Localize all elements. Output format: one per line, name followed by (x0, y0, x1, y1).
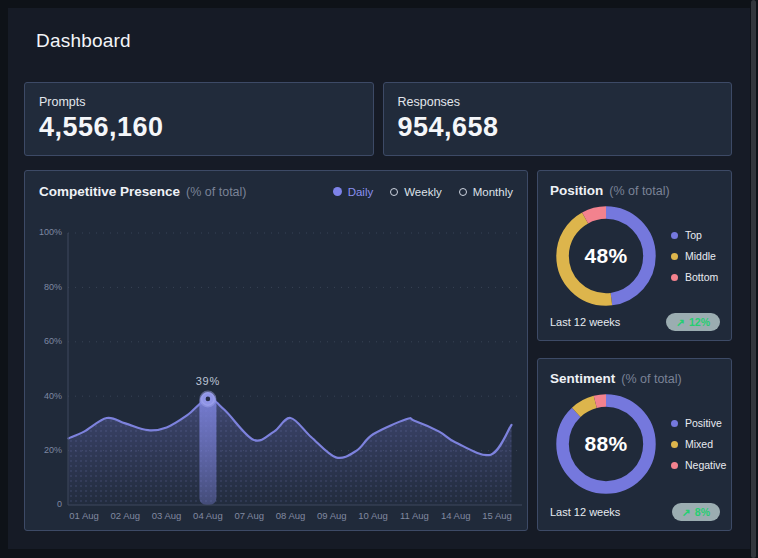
x-axis-tick-label: 08 Aug (276, 510, 306, 521)
x-axis-tick-label: 03 Aug (152, 510, 182, 521)
x-axis-tick-label: 09 Aug (317, 510, 347, 521)
y-axis-tick-label: 100% (39, 227, 62, 237)
legend-dot-icon (671, 462, 678, 469)
page-title: Dashboard (36, 30, 750, 52)
y-axis-tick-label: 40% (44, 391, 62, 401)
range-option-label: Monthly (473, 186, 513, 198)
sentiment-card: Sentiment (% of total) 88% PositiveMixed… (537, 358, 732, 531)
legend-label: Mixed (685, 438, 713, 450)
y-axis-tick-label: 20% (44, 445, 62, 455)
area-texture (68, 399, 511, 505)
legend-item-mixed: Mixed (671, 438, 726, 450)
chart-header: Competitive Presence (% of total) DailyW… (25, 171, 527, 199)
radio-selected-icon (333, 187, 342, 196)
y-axis-tick-label: 0 (57, 499, 62, 509)
x-axis-tick-label: 04 Aug (193, 510, 223, 521)
stats-row: Prompts 4,556,160 Responses 954,658 (24, 82, 732, 156)
legend-label: Middle (685, 250, 716, 262)
donut-subtitle: (% of total) (621, 372, 681, 386)
legend-item-positive: Positive (671, 417, 726, 429)
donut-legend: PositiveMixedNegative (671, 417, 726, 471)
stat-value: 954,658 (398, 112, 718, 143)
scrollbar[interactable] (751, 0, 756, 558)
window-frame: Dashboard Prompts 4,556,160 Responses 95… (0, 0, 758, 558)
range-option-label: Weekly (404, 186, 442, 198)
position-card: Position (% of total) 48% TopMiddleBotto… (537, 170, 732, 341)
marker-dot (206, 397, 211, 402)
range-option-daily[interactable]: Daily (333, 186, 374, 198)
x-axis-tick-label: 11 Aug (400, 510, 429, 521)
tooltip-value: 39% (196, 375, 220, 387)
range-option-label: Daily (348, 186, 374, 198)
donut-legend: TopMiddleBottom (671, 229, 718, 283)
donut-header: Sentiment (% of total) (550, 371, 719, 386)
footer-text: Last 12 weeks (550, 506, 620, 518)
trend-value: 12% (689, 316, 710, 328)
radio-unselected-icon (459, 188, 467, 196)
x-axis-tick-label: 10 Aug (358, 510, 388, 521)
x-axis-tick-label: 14 Aug (441, 510, 471, 521)
legend-label: Bottom (685, 271, 718, 283)
legend-label: Top (685, 229, 702, 241)
legend-item-bottom: Bottom (671, 271, 718, 283)
chart-title: Competitive Presence (39, 184, 180, 199)
range-option-monthly[interactable]: Monthly (459, 186, 513, 198)
legend-label: Positive (685, 417, 722, 429)
x-axis-tick-label: 15 Aug (482, 510, 512, 521)
donut-header: Position (% of total) (550, 183, 719, 198)
y-axis-tick-label: 60% (44, 336, 62, 346)
x-axis-tick-label: 02 Aug (111, 510, 141, 521)
highlight-band (199, 394, 216, 505)
footer-text: Last 12 weeks (550, 316, 620, 328)
legend-dot-icon (671, 232, 678, 239)
donut-body: 48% TopMiddleBottom (550, 200, 719, 312)
legend-dot-icon (671, 441, 678, 448)
dashboard-page: Dashboard Prompts 4,556,160 Responses 95… (8, 8, 750, 549)
trend-badge: ↗12% (666, 313, 720, 331)
donut-footer: Last 12 weeks ↗8% (550, 503, 720, 521)
chart-subtitle: (% of total) (186, 185, 246, 199)
donut-chart-wrap[interactable]: 48% (550, 200, 662, 312)
x-axis-tick-label: 01 Aug (69, 510, 99, 521)
main-row: Competitive Presence (% of total) DailyW… (24, 170, 732, 531)
legend-item-negative: Negative (671, 459, 726, 471)
radio-unselected-icon (390, 188, 398, 196)
donut-title: Sentiment (550, 371, 615, 386)
trend-badge: ↗8% (672, 503, 720, 521)
donut-chart-wrap[interactable]: 88% (550, 388, 662, 500)
line-chart[interactable]: 100%80%60%40%20%039%01 Aug02 Aug03 Aug04… (25, 205, 527, 527)
competitive-presence-card: Competitive Presence (% of total) DailyW… (24, 170, 528, 531)
donut-subtitle: (% of total) (609, 184, 669, 198)
donut-center-value: 88% (550, 388, 662, 500)
right-column: Position (% of total) 48% TopMiddleBotto… (537, 170, 732, 531)
trend-value: 8% (695, 506, 710, 518)
legend-item-top: Top (671, 229, 718, 241)
stat-card-responses: Responses 954,658 (383, 82, 733, 156)
stat-value: 4,556,160 (39, 112, 359, 143)
range-option-weekly[interactable]: Weekly (390, 186, 442, 198)
legend-dot-icon (671, 253, 678, 260)
legend-dot-icon (671, 274, 678, 281)
stat-label: Prompts (39, 95, 359, 109)
range-selector: DailyWeeklyMonthly (333, 186, 513, 198)
trend-up-icon: ↗ (676, 316, 685, 328)
donut-footer: Last 12 weeks ↗12% (550, 313, 720, 331)
donut-body: 88% PositiveMixedNegative (550, 388, 719, 500)
stat-card-prompts: Prompts 4,556,160 (24, 82, 374, 156)
stat-label: Responses (398, 95, 718, 109)
legend-dot-icon (671, 420, 678, 427)
y-axis-tick-label: 80% (44, 282, 62, 292)
x-axis-tick-label: 07 Aug (234, 510, 264, 521)
donut-center-value: 48% (550, 200, 662, 312)
trend-up-icon: ↗ (682, 506, 691, 518)
legend-item-middle: Middle (671, 250, 718, 262)
legend-label: Negative (685, 459, 726, 471)
donut-title: Position (550, 183, 603, 198)
